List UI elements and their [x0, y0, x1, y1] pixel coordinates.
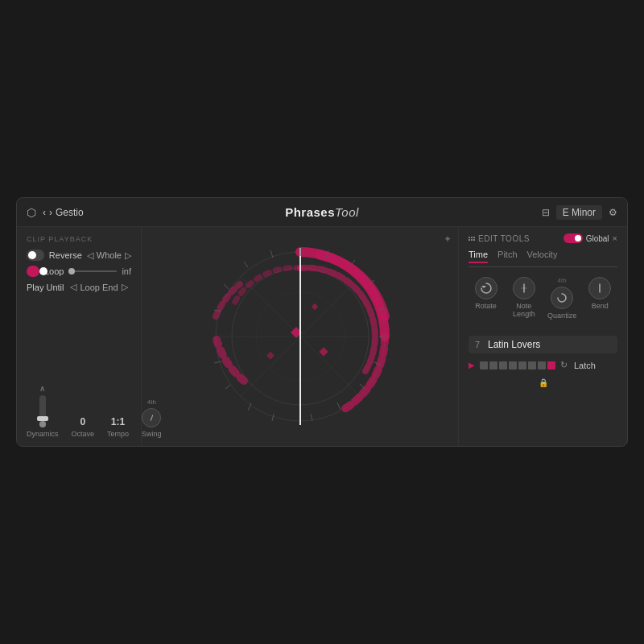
header-nav: ‹ › Gestio	[43, 207, 84, 218]
key-badge[interactable]: E Minor	[556, 205, 602, 220]
rotate-knob[interactable]	[475, 277, 497, 299]
svg-rect-8	[319, 347, 328, 356]
loop-row: Loop inf	[27, 266, 131, 277]
step-5[interactable]	[518, 361, 526, 369]
project-name: Gestio	[56, 207, 84, 218]
bend-knob[interactable]	[588, 277, 611, 299]
nav-back-button[interactable]: ‹	[43, 207, 46, 218]
settings-icon[interactable]: ⚙	[609, 207, 617, 218]
reverse-row: Reverse ◁ Whole ▷	[27, 250, 131, 261]
wheel-settings-icon[interactable]: ✦	[444, 233, 452, 245]
playback-row: ▶ ↻ Latch	[469, 360, 617, 370]
svg-line-22	[272, 414, 274, 421]
bend-label: Bend	[592, 302, 609, 310]
reverse-label: Reverse	[49, 250, 82, 260]
wheel-area: ✦	[142, 227, 458, 446]
header-right: ⊟ E Minor ⚙	[542, 205, 617, 220]
step-8[interactable]	[547, 361, 555, 369]
lock-icon[interactable]: 🔒	[539, 378, 548, 387]
right-panel: EDIT TOOLS Global × Time Pitch Velocity	[458, 227, 627, 446]
whole-label: Whole	[97, 250, 122, 260]
rotate-label: Rotate	[475, 302, 497, 310]
note-length-label: Note Length	[506, 302, 541, 318]
grid-icon	[469, 237, 475, 241]
svg-rect-9	[266, 352, 275, 360]
main-content: CLIP PLAYBACK Reverse ◁ Whole ▷ Loop inf	[17, 227, 627, 446]
bend-tool: Bend	[583, 277, 617, 320]
nav-forward-button[interactable]: ›	[49, 207, 52, 218]
play-until-label: Play Until	[27, 283, 64, 292]
svg-marker-30	[481, 286, 486, 288]
phrase-wheel[interactable]	[208, 244, 393, 429]
edit-tools-close[interactable]: ×	[613, 233, 617, 243]
step-4[interactable]	[509, 361, 517, 369]
loop-end-control[interactable]: ◁ Loop End ▷	[70, 282, 127, 292]
dynamics-thumb	[37, 416, 48, 421]
reverse-toggle[interactable]	[27, 250, 44, 261]
octave-label: Octave	[72, 430, 95, 438]
play-until-row: Play Until ◁ Loop End ▷	[27, 282, 131, 292]
preset-name: Latin Lovers	[488, 339, 611, 350]
bottom-controls: ∧ Dynamics 0 Octave 1:1 Tempo 4th	[27, 378, 131, 438]
tabs-row: Time Pitch Velocity	[469, 250, 617, 267]
svg-line-28	[244, 262, 248, 267]
inf-label: inf	[122, 266, 131, 276]
dynamics-label: Dynamics	[27, 430, 59, 438]
loop-toggle[interactable]	[27, 266, 39, 277]
edit-tools-label: EDIT TOOLS	[469, 234, 530, 243]
svg-rect-10	[311, 303, 317, 310]
edit-tools-text: EDIT TOOLS	[478, 234, 530, 243]
plugin-window: ⬡ ‹ › Gestio PhrasesTool ⊟ E Minor ⚙ CLI…	[16, 197, 628, 447]
quantize-tool: 4th Quantize	[545, 277, 580, 320]
tempo-value: 1:1	[111, 416, 125, 427]
tempo-label: Tempo	[107, 430, 129, 438]
octave-value: 0	[80, 416, 85, 427]
dynamics-fill	[39, 421, 46, 427]
edit-tools-header: EDIT TOOLS Global ×	[469, 233, 617, 243]
dynamics-container: ∧ Dynamics	[27, 384, 59, 438]
svg-line-20	[337, 402, 341, 410]
svg-line-27	[224, 284, 229, 289]
whole-control[interactable]: ◁ Whole ▷	[87, 250, 131, 261]
title-phrases: Phrases	[285, 205, 335, 219]
svg-line-24	[225, 385, 230, 389]
step-1[interactable]	[480, 361, 488, 369]
header: ⬡ ‹ › Gestio PhrasesTool ⊟ E Minor ⚙	[17, 198, 627, 227]
global-label: Global	[586, 234, 609, 243]
rotate-tool: Rotate	[469, 277, 503, 320]
latch-label: Latch	[574, 361, 596, 370]
loop-slider[interactable]	[68, 270, 117, 272]
tab-time[interactable]: Time	[469, 250, 488, 263]
step-6[interactable]	[528, 361, 536, 369]
save-icon[interactable]: ⊟	[542, 207, 550, 218]
dynamics-fader[interactable]	[39, 395, 46, 427]
preset-number: 7	[475, 340, 483, 349]
play-button[interactable]: ▶	[469, 361, 475, 369]
inf-slider-row: inf	[68, 266, 131, 276]
step-7[interactable]	[538, 361, 546, 369]
svg-line-29	[270, 250, 273, 258]
loop-icon[interactable]: ↻	[560, 360, 568, 370]
global-toggle[interactable]	[564, 233, 583, 243]
quantize-sublabel: 4th	[558, 277, 567, 284]
app-title: PhrasesTool	[285, 205, 359, 219]
plugin-icon: ⬡	[27, 206, 36, 219]
quantize-knob[interactable]	[551, 287, 573, 309]
tab-pitch[interactable]: Pitch	[497, 250, 517, 263]
step-buttons	[480, 361, 555, 369]
slider-thumb	[68, 268, 75, 275]
tempo-container: 1:1 Tempo	[107, 416, 129, 438]
step-3[interactable]	[499, 361, 507, 369]
step-2[interactable]	[489, 361, 497, 369]
octave-container: 0 Octave	[72, 416, 95, 438]
tools-grid: Rotate Note Length 4th	[469, 277, 617, 320]
preset-row[interactable]: 7 Latin Lovers	[469, 336, 617, 353]
note-length-tool: Note Length	[506, 277, 541, 320]
tab-velocity[interactable]: Velocity	[527, 250, 558, 263]
title-tool: Tool	[335, 205, 359, 219]
left-panel: CLIP PLAYBACK Reverse ◁ Whole ▷ Loop inf	[17, 227, 142, 446]
note-length-knob[interactable]	[513, 277, 535, 299]
loop-end-label: Loop End	[80, 283, 118, 292]
quantize-label: Quantize	[547, 312, 576, 320]
header-left: ⬡ ‹ › Gestio	[27, 206, 84, 219]
